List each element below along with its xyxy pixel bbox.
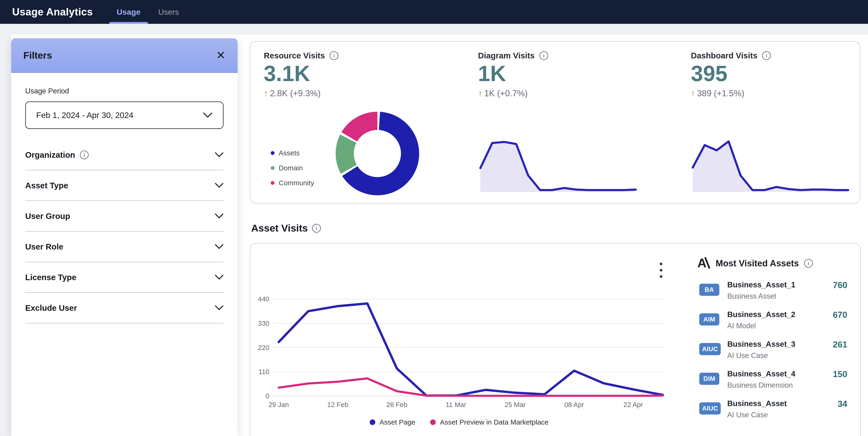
tab-usage-label: Usage (117, 7, 141, 17)
asset-list-item[interactable]: DIM Business_Asset_4 Business Dimension … (698, 370, 849, 399)
donut-legend: Assets Domain Community (271, 149, 314, 187)
y-tick-label: 110 (258, 368, 269, 376)
filter-section-label: Exclude User (25, 303, 77, 313)
most-visited-assets-title: Most Visited Assets (716, 258, 799, 268)
stat-value: 395 (691, 62, 854, 85)
filter-section-row[interactable]: Exclude User i (25, 293, 224, 323)
app-title: Usage Analytics (12, 6, 93, 18)
most-visited-assets-list: BA Business_Asset_1 Business Asset 760 A… (698, 281, 849, 429)
asset-name: Business_Asset (727, 399, 787, 408)
asset-visit-count: 670 (833, 310, 847, 320)
legend-label: Assets (279, 149, 300, 157)
trend-up-icon: ↑ (264, 89, 268, 98)
nav-tabs: Usage Users (108, 0, 188, 24)
usage-period-dropdown[interactable]: Feb 1, 2024 - Apr 30, 2024 (25, 101, 224, 129)
legend-label: Asset Preview in Data Marketplace (440, 418, 549, 426)
asset-list-item[interactable]: AIUC Business_Asset_3 AI Use Case 261 (698, 340, 849, 370)
asset-type-badge: AIUC (699, 343, 721, 355)
chevron-down-icon (215, 305, 224, 311)
chevron-down-icon (215, 274, 224, 280)
chevron-down-icon (215, 183, 224, 188)
info-icon[interactable]: i (804, 259, 813, 268)
info-icon[interactable]: i (312, 224, 321, 233)
asset-type-badge: AIM (699, 313, 719, 325)
asset-visits-card: 011022033044029 Jan12 Feb26 Feb11 Mar25 … (250, 243, 861, 436)
filter-section-row[interactable]: Asset Type i (25, 170, 224, 201)
diagram-visits-sparkline (478, 137, 638, 195)
info-icon[interactable]: i (80, 150, 89, 159)
legend-item: Community (271, 179, 314, 187)
y-tick-label: 0 (266, 392, 269, 400)
legend-label: Community (279, 179, 314, 187)
stat-resource-visits: Resource Visits i 3.1K ↑ 2.8K (+9.3%) (264, 51, 427, 98)
stats-card: Resource Visits i 3.1K ↑ 2.8K (+9.3%) Di… (250, 41, 860, 204)
legend-item: Asset Page (370, 418, 415, 426)
filter-section-row[interactable]: Organization i (25, 140, 224, 170)
assets-logo-icon: A (698, 257, 710, 270)
x-tick-label: 11 Mar (446, 401, 466, 408)
kebab-menu-icon[interactable] (656, 257, 666, 284)
asset-type-label: Business Asset (727, 292, 776, 300)
close-icon[interactable]: ✕ (216, 50, 225, 61)
tab-usage[interactable]: Usage (108, 0, 149, 24)
filter-section-label: License Type (25, 273, 76, 282)
filter-section-row[interactable]: User Role i (25, 232, 224, 262)
asset-visit-count: 34 (838, 399, 847, 409)
resource-visits-donut-chart (336, 112, 419, 195)
asset-name: Business_Asset_2 (727, 310, 796, 319)
asset-name: Business_Asset_4 (727, 370, 796, 378)
stat-delta: ↑ 389 (+1.5%) (691, 89, 854, 98)
legend-dot-icon (430, 419, 436, 425)
usage-period-value: Feb 1, 2024 - Apr 30, 2024 (36, 111, 133, 120)
page-left-gutter (0, 24, 11, 436)
stat-delta: ↑ 1K (+0.7%) (478, 89, 641, 98)
asset-type-label: AI Model (727, 322, 756, 330)
stat-title: Diagram Visits (478, 51, 535, 60)
info-icon[interactable]: i (762, 51, 771, 60)
tab-users-label: Users (158, 7, 179, 17)
asset-visit-count: 150 (833, 370, 847, 379)
asset-visits-title: Asset Visits (251, 223, 308, 234)
legend-item: Asset Preview in Data Marketplace (430, 418, 549, 426)
stat-value: 1K (478, 62, 641, 85)
stat-title: Dashboard Visits (691, 51, 757, 60)
legend-dot-icon (271, 151, 275, 155)
asset-list-item[interactable]: AIM Business_Asset_2 AI Model 670 (698, 310, 849, 340)
chevron-down-icon (203, 112, 213, 118)
filter-section-row[interactable]: License Type i (25, 262, 224, 293)
asset-type-label: AI Use Case (727, 351, 768, 360)
asset-list-item[interactable]: BA Business_Asset_1 Business Asset 760 (698, 281, 849, 310)
info-icon[interactable]: i (330, 51, 338, 60)
stat-delta-text: 389 (+1.5%) (697, 89, 745, 98)
most-visited-assets-header: A Most Visited Assets i (698, 257, 849, 270)
x-tick-label: 29 Jan (269, 401, 289, 408)
filter-section-label: User Role (25, 242, 63, 252)
asset-visit-count: 760 (833, 281, 847, 290)
legend-label: Domain (279, 164, 303, 172)
legend-item: Assets (271, 149, 314, 157)
info-icon[interactable]: i (539, 51, 548, 60)
asset-type-label: AI Use Case (727, 411, 768, 419)
asset-name: Business_Asset_1 (727, 281, 796, 289)
trend-up-icon: ↑ (691, 89, 695, 98)
filter-section-label: Organization (25, 150, 75, 159)
y-tick-label: 220 (258, 344, 269, 351)
usage-period-label: Usage Period (25, 87, 224, 95)
filters-title: Filters (23, 50, 216, 61)
chevron-down-icon (215, 152, 224, 157)
stat-dashboard-visits: Dashboard Visits i 395 ↑ 389 (+1.5%) (691, 51, 854, 98)
chevron-down-icon (215, 213, 224, 219)
legend-item: Domain (271, 164, 314, 172)
filters-header: Filters ✕ (11, 38, 238, 73)
filter-section-label: User Group (25, 211, 70, 221)
asset-visit-count: 261 (833, 340, 847, 350)
trend-up-icon: ↑ (478, 89, 483, 98)
filter-section-row[interactable]: User Group i (25, 201, 224, 232)
legend-dot-icon (271, 181, 275, 185)
asset-type-label: Business Dimension (727, 381, 793, 389)
tab-users[interactable]: Users (149, 0, 188, 24)
filter-accordion: Organization i Asset Type i User Group i… (25, 140, 224, 323)
stat-delta: ↑ 2.8K (+9.3%) (264, 89, 427, 98)
asset-list-item[interactable]: AIUC Business_Asset AI Use Case 34 (698, 399, 849, 429)
stat-diagram-visits: Diagram Visits i 1K ↑ 1K (+0.7%) (478, 51, 641, 98)
